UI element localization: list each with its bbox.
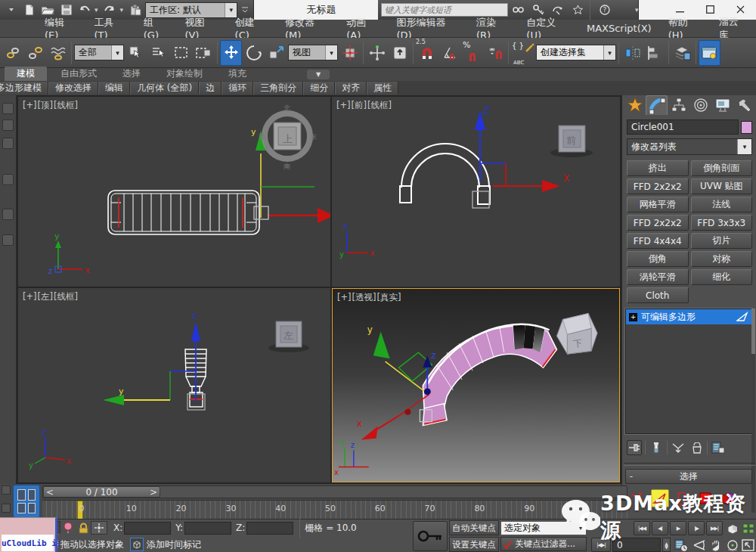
left-toolbar-icon[interactable] xyxy=(2,138,14,149)
add-time-tag[interactable]: 添加时间标记 xyxy=(147,538,201,551)
toggle-set-key-mode-button[interactable] xyxy=(413,521,448,551)
viewport-menu-plus[interactable]: [+] xyxy=(23,100,37,111)
ribbon-flyout-icon[interactable]: ▼ xyxy=(307,70,330,79)
select-by-name-icon[interactable] xyxy=(147,40,169,66)
pin-stack-icon[interactable] xyxy=(627,440,642,455)
field-of-view-icon[interactable] xyxy=(691,538,707,552)
viewport-menu-shading[interactable]: [线框] xyxy=(54,100,78,111)
tab-hierarchy[interactable] xyxy=(668,95,689,115)
percent-snap-toggle-icon[interactable]: % xyxy=(461,40,483,66)
ribbon-panel-button[interactable]: 循环 xyxy=(222,82,253,95)
vertex-subobject-icon[interactable] xyxy=(628,489,646,507)
z-coordinate-field[interactable] xyxy=(246,522,293,535)
spinner-snap-toggle-icon[interactable] xyxy=(484,40,506,66)
viewport-menu-shading[interactable]: [真实] xyxy=(377,292,401,303)
left-toolbar-icon[interactable] xyxy=(2,119,14,131)
ribbon-panel-button[interactable]: 属性 xyxy=(367,82,398,95)
selected-filter-dropdown[interactable]: 选定对象 ▾ xyxy=(500,521,587,535)
modifier-button[interactable]: 对称 xyxy=(691,251,753,267)
left-toolbar-icon[interactable] xyxy=(2,485,11,495)
unlink-selection-icon[interactable] xyxy=(24,40,46,66)
select-and-scale-icon[interactable] xyxy=(265,40,287,66)
border-subobject-icon[interactable] xyxy=(674,489,692,507)
left-toolbar-icon[interactable] xyxy=(2,504,11,513)
modifier-button[interactable]: 网格平滑 xyxy=(627,197,689,212)
viewport-menu-shading[interactable]: [线框] xyxy=(367,100,392,111)
y-coordinate-field[interactable] xyxy=(184,522,231,535)
key-filters-button[interactable]: 关键点过滤器... xyxy=(500,537,587,551)
bind-to-space-warp-icon[interactable] xyxy=(47,40,69,66)
modifier-button[interactable]: 涡轮平滑 xyxy=(627,269,689,285)
track-bar[interactable]: 0102030405060708090100 xyxy=(42,500,627,519)
auto-key-button[interactable]: 自动关键点 xyxy=(449,520,499,535)
set-key-button[interactable]: 设置关键点 xyxy=(449,537,499,552)
ribbon-panel-button[interactable]: 细分 xyxy=(303,82,335,95)
viewcube-left[interactable]: 左 xyxy=(268,321,309,352)
tab-create[interactable] xyxy=(624,95,646,115)
modifier-button[interactable]: FFD 3x3x3 xyxy=(691,215,753,231)
element-subobject-icon[interactable] xyxy=(719,489,737,507)
time-configuration-icon[interactable] xyxy=(673,538,689,552)
object-name-field[interactable]: Circle001 xyxy=(627,119,739,135)
modifier-button[interactable]: 倒角剖面 xyxy=(691,160,753,176)
select-object-icon[interactable] xyxy=(125,40,147,66)
modifier-button[interactable]: Cloth xyxy=(627,287,689,303)
tab-utilities[interactable] xyxy=(733,95,755,115)
keyboard-shortcut-override-icon[interactable] xyxy=(389,40,411,66)
viewport-menu-shading[interactable]: [线框] xyxy=(54,291,78,302)
selection-filter[interactable]: 全部▾ xyxy=(74,45,124,60)
ribbon-panel-button[interactable]: 边 xyxy=(199,82,222,95)
ribbon-tab[interactable]: 自由形式 xyxy=(48,67,109,81)
modifier-stack-list[interactable]: + 可编辑多边形 xyxy=(625,309,752,434)
next-frame-button[interactable]: |▶ xyxy=(688,521,705,535)
play-button[interactable]: ▶ xyxy=(670,521,686,535)
object-color-swatch[interactable] xyxy=(741,121,752,134)
redo-flyout-icon[interactable]: ▾ xyxy=(120,6,125,14)
edit-named-selection-sets-icon[interactable]: { } ABC xyxy=(511,40,535,66)
maximize-viewport-toggle-icon[interactable] xyxy=(740,538,756,552)
viewport-menu-plus[interactable]: [+] xyxy=(336,100,351,111)
left-toolbar-icon[interactable] xyxy=(2,234,14,246)
plugin-window[interactable]: uCloudLib i: xyxy=(0,517,57,552)
window-crossing-icon[interactable] xyxy=(193,40,215,66)
named-selection-sets[interactable]: 创建选择集▾ xyxy=(536,45,616,60)
time-slider-track[interactable]: < 0 / 100 > xyxy=(42,485,627,498)
modifier-button[interactable]: 挤出 xyxy=(627,160,689,176)
show-end-result-icon[interactable] xyxy=(649,440,664,455)
isolate-selection-icon[interactable] xyxy=(60,520,76,535)
snaps-toggle-icon[interactable]: 2.5 xyxy=(416,40,438,66)
absolute-mode-toggle-icon[interactable] xyxy=(91,521,107,535)
select-and-rotate-icon[interactable] xyxy=(243,40,265,66)
modifier-button[interactable]: 法线 xyxy=(691,197,753,212)
viewcube-front[interactable]: 前 xyxy=(550,126,593,157)
frame-spinner[interactable]: ▲▼ xyxy=(662,538,671,552)
rectangular-selection-region-icon[interactable] xyxy=(170,40,192,66)
reference-coordinate-system[interactable]: 视图▾ xyxy=(288,45,338,60)
viewport-left[interactable]: [+] [左] [线框] xyxy=(18,288,330,482)
viewport-front[interactable]: [+] [前] [线框] Z X xyxy=(332,97,620,287)
ribbon-panel-button[interactable]: 编辑 xyxy=(98,82,130,95)
time-slider-handle[interactable]: < 0 / 100 > xyxy=(43,486,160,498)
menu-item[interactable]: MAXScript(X) xyxy=(578,20,660,36)
app-menu-arrow-icon[interactable] xyxy=(3,2,20,17)
layer-manager-icon[interactable] xyxy=(671,40,693,66)
modifier-button[interactable]: 倒角 xyxy=(627,251,689,267)
viewport-menu-view[interactable]: [前] xyxy=(352,100,367,111)
go-to-end-button[interactable]: ▶▶| xyxy=(706,521,723,535)
select-and-move-icon[interactable] xyxy=(220,40,242,66)
ribbon-tab[interactable]: 建模 xyxy=(5,67,47,81)
left-toolbar-icon[interactable] xyxy=(2,103,14,114)
go-to-start-button[interactable]: |◀◀ xyxy=(634,521,650,535)
angle-snap-toggle-icon[interactable] xyxy=(438,40,460,66)
viewport-menu-view[interactable]: [左] xyxy=(38,291,53,302)
align-icon[interactable] xyxy=(644,40,666,66)
viewport-layout-tabs-icon[interactable] xyxy=(13,485,40,518)
tab-motion[interactable] xyxy=(689,95,711,115)
ribbon-panel-button[interactable]: 对齐 xyxy=(335,82,367,95)
ribbon-panel-button[interactable]: 多边形建模 xyxy=(0,82,48,95)
ribbon-tab[interactable]: 填充 xyxy=(216,67,259,81)
viewcube-compass[interactable]: 上 北 南 西 东 xyxy=(259,104,317,170)
help-icon[interactable]: ? ▾ xyxy=(593,2,616,17)
configure-modifier-sets-icon[interactable] xyxy=(711,440,726,455)
undo-flyout-icon[interactable]: ▾ xyxy=(94,6,100,14)
